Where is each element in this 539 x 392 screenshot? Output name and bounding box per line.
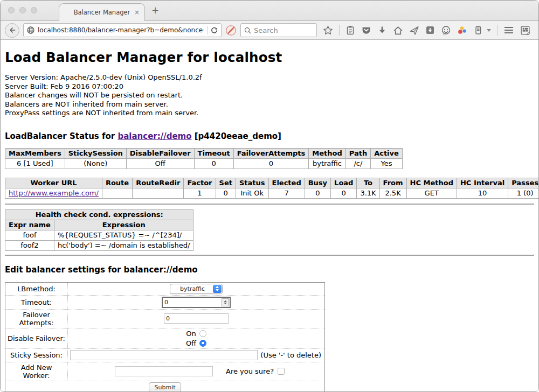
balancer-status-table: MaxMembers StickySession DisableFailover…: [5, 148, 403, 169]
add-worker-row: Add New Worker: Are you sure?: [5, 362, 325, 381]
col-stickysession: StickySession: [65, 148, 126, 158]
download-icon[interactable]: [377, 25, 387, 35]
new-tab-button[interactable]: +: [151, 5, 159, 16]
container-icon[interactable]: [473, 25, 483, 35]
status-heading-prefix: LoadBalancer Status for: [5, 131, 118, 141]
window-controls[interactable]: [8, 7, 37, 13]
add-worker-label: Add New Worker:: [5, 362, 68, 381]
col-maxmembers: MaxMembers: [5, 148, 65, 158]
col-disablefailover: DisableFailover: [126, 148, 194, 158]
add-worker-input[interactable]: [115, 366, 213, 376]
health-row: foof %{REQUEST_STATUS} =~ /^[234]/: [5, 230, 194, 240]
tab-close-icon[interactable]: ×: [134, 9, 140, 16]
disable-failover-row: Disable Failover: On Off: [5, 328, 325, 348]
timeout-label: Timeout:: [5, 295, 68, 309]
urlbar-divider: [207, 26, 208, 34]
number-spinner-icon[interactable]: [222, 298, 229, 306]
sticky-session-hint: (Use '-' to delete): [260, 351, 322, 359]
navigation-toolbar: [1, 20, 538, 40]
close-window-icon[interactable]: [8, 7, 15, 13]
chat-smiley-icon[interactable]: [441, 25, 451, 36]
col-expression: Expression: [54, 220, 194, 230]
worker-url-link[interactable]: http://www.example.com/: [9, 189, 99, 197]
col-active: Active: [371, 148, 403, 158]
table-row: 6 [1 Used] (None) Off 0 0 bytraffic /c/ …: [5, 158, 403, 169]
worker-row: http://www.example.com/ 1 0 Init Ok 7 0 …: [5, 188, 539, 198]
edit-settings-heading: Edit balancer settings for balancer://de…: [5, 265, 534, 275]
section-divider: [5, 255, 534, 256]
tab-bar: Balancer Manager × +: [1, 1, 538, 20]
toolbar-separator: [497, 25, 497, 36]
failover-off-radio[interactable]: [199, 340, 206, 347]
lbmethod-label: LBmethod:: [5, 282, 68, 295]
health-table-title: Health check cond. expressions:: [5, 209, 194, 220]
select-stepper-icon: [213, 285, 222, 293]
bookmark-star-icon[interactable]: [323, 25, 333, 36]
worker-status-table: Worker URL Route RouteRedir Factor Set S…: [5, 178, 539, 199]
toolbar-separator: [339, 25, 340, 36]
url-bar[interactable]: [23, 23, 222, 37]
col-method: Method: [309, 148, 345, 158]
page-title: Load Balancer Manager for localhost: [5, 40, 534, 65]
page-content: Load Balancer Manager for localhost Serv…: [1, 40, 538, 391]
menu-hamburger-icon[interactable]: [503, 26, 514, 34]
loadbalancer-status-heading: LoadBalancer Status for balancer://demo …: [5, 131, 534, 141]
server-built-line: Server Built: Feb 9 2016 07:00:20: [5, 82, 534, 92]
server-info: Server Version: Apache/2.5.0-dev (Unix) …: [5, 73, 534, 118]
color-dots-icon[interactable]: [457, 25, 467, 36]
tab-balancer-manager[interactable]: Balancer Manager ×: [59, 3, 145, 21]
lbmethod-select[interactable]: bytraffic: [170, 284, 223, 294]
dropdown-caret-icon[interactable]: [487, 29, 491, 32]
failover-attempts-input[interactable]: [164, 313, 229, 324]
balancer-demo-link[interactable]: balancer://demo: [118, 131, 191, 141]
disable-failover-label: Disable Failover:: [5, 328, 68, 348]
back-button[interactable]: [5, 23, 19, 38]
col-expr-name: Expr name: [5, 220, 54, 230]
search-icon: [244, 27, 251, 34]
section-divider: [5, 204, 534, 205]
radio-on-label: On: [186, 330, 196, 338]
sticky-session-input[interactable]: [70, 350, 258, 360]
noscript-blocked-icon[interactable]: [225, 25, 237, 36]
url-input[interactable]: [38, 26, 204, 34]
col-failoverattempts: FailoverAttempts: [233, 148, 309, 158]
failover-attempts-row: Failover Attempts:: [5, 309, 325, 328]
server-version-line: Server Version: Apache/2.5.0-dev (Unix) …: [5, 73, 534, 82]
failover-attempts-label: Failover Attempts:: [5, 309, 68, 328]
status-heading-suffix: [p4420eeae_demo]: [192, 131, 281, 141]
timeout-input[interactable]: [162, 297, 231, 308]
health-row: foof2 hc('body') =~ /domain is establish…: [5, 240, 194, 250]
zoom-window-icon[interactable]: [31, 7, 37, 13]
col-path: Path: [345, 148, 370, 158]
reload-icon[interactable]: [210, 26, 218, 34]
edit-balancer-form: LBmethod: bytraffic Timeout:: [5, 282, 325, 392]
col-timeout: Timeout: [194, 148, 233, 158]
clipboard-icon[interactable]: [345, 25, 355, 35]
table-header-row: MaxMembers StickySession DisableFailover…: [5, 148, 403, 158]
persist-warning-line: Balancer changes will NOT be persisted o…: [5, 91, 534, 100]
submit-button[interactable]: Submit: [149, 382, 181, 392]
save-panel-icon[interactable]: [425, 25, 435, 35]
col-worker-url: Worker URL: [5, 178, 102, 188]
inherit-warning-line: Balancers are NOT inherited from main se…: [5, 100, 534, 109]
are-you-sure-label: Are you sure?: [226, 367, 274, 375]
pocket-icon[interactable]: [361, 25, 371, 36]
toolbar-icon-strip: [323, 25, 530, 36]
tab-title: Balancer Manager: [74, 9, 130, 16]
radio-off-label: Off: [186, 339, 196, 347]
health-check-table: Health check cond. expressions: Expr nam…: [5, 209, 194, 251]
timeout-row: Timeout:: [5, 295, 325, 309]
minimize-window-icon[interactable]: [19, 7, 26, 13]
globe-icon[interactable]: [26, 26, 35, 34]
search-bar[interactable]: [240, 23, 317, 37]
home-icon[interactable]: [393, 25, 403, 36]
send-icon[interactable]: [409, 25, 419, 36]
grid-icon[interactable]: [520, 25, 530, 36]
search-input[interactable]: [254, 26, 313, 34]
failover-on-radio[interactable]: [199, 330, 206, 337]
proxypass-warning-line: ProxyPass settings are NOT inherited fro…: [5, 109, 534, 118]
browser-window: Balancer Manager × +: [0, 0, 539, 392]
table-header-row: Worker URL Route RouteRedir Factor Set S…: [5, 178, 539, 188]
lbmethod-row: LBmethod: bytraffic: [5, 282, 325, 295]
are-you-sure-checkbox[interactable]: [278, 368, 285, 375]
